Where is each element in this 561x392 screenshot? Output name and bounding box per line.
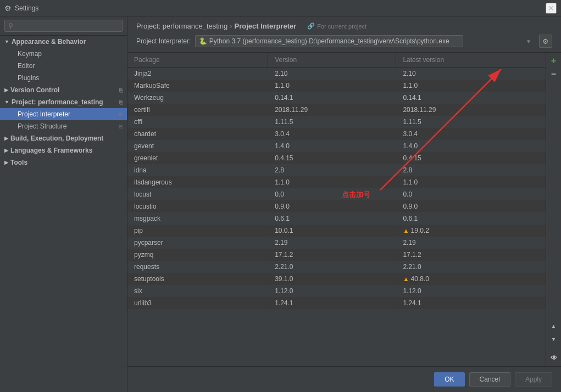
- package-version: 0.4.15: [268, 152, 396, 164]
- sidebar-item-editor[interactable]: Editor: [0, 60, 127, 72]
- sidebar-item-label: Plugins: [18, 74, 39, 82]
- package-version: 2.8: [268, 164, 396, 176]
- package-name: idna: [127, 164, 268, 176]
- package-name: Jinja2: [127, 68, 268, 80]
- interpreter-select[interactable]: 🐍 Python 3.7 (performance_testing) D:\pe…: [195, 35, 463, 47]
- package-name: MarkupSafe: [127, 80, 268, 92]
- package-name: requests: [127, 261, 268, 273]
- table-row[interactable]: greenlet0.4.150.4.15: [127, 152, 546, 164]
- table-row[interactable]: Jinja22.102.10: [127, 68, 546, 80]
- package-version: 39.1.0: [268, 273, 396, 285]
- sidebar-item-label: Appearance & Behavior: [12, 38, 86, 46]
- sidebar-item-label: Project: performance_testing: [12, 98, 103, 106]
- table-row[interactable]: MarkupSafe1.1.01.1.0: [127, 80, 546, 92]
- interpreter-select-wrapper: 🐍 Python 3.7 (performance_testing) D:\pe…: [195, 35, 535, 47]
- search-input[interactable]: [4, 20, 123, 32]
- package-version: 3.0.4: [268, 128, 396, 140]
- sidebar-item-languages[interactable]: Languages & Frameworks: [0, 144, 127, 156]
- project-icon: ⎘: [119, 99, 123, 105]
- close-button[interactable]: ✕: [546, 3, 557, 14]
- table-row[interactable]: pycparser2.192.19: [127, 237, 546, 249]
- package-name: pip: [127, 225, 268, 237]
- table-row[interactable]: pyzmq17.1.217.1.2: [127, 249, 546, 261]
- sidebar-item-version-control[interactable]: Version Control ⎘: [0, 84, 127, 96]
- table-row[interactable]: certifi2018.11.292018.11.29: [127, 104, 546, 116]
- interpreter-copy-icon: ⎘: [119, 111, 123, 117]
- content-area: Project: performance_testing › Project I…: [127, 16, 561, 392]
- package-latest: 2.19: [396, 237, 546, 249]
- sidebar: Appearance & Behavior Keymap Editor Plug…: [0, 16, 127, 392]
- search-bar: [0, 16, 127, 36]
- table-row[interactable]: msgpack0.6.10.6.1: [127, 212, 546, 225]
- package-name: greenlet: [127, 152, 268, 164]
- table-row[interactable]: locust0.00.0: [127, 188, 546, 200]
- sidebar-item-keymap[interactable]: Keymap: [0, 48, 127, 60]
- package-latest: 1.1.0: [396, 80, 546, 92]
- apply-button[interactable]: Apply: [515, 372, 552, 387]
- breadcrumb-separator: ›: [230, 22, 232, 30]
- sidebar-item-project-structure[interactable]: Project Structure ⎘: [0, 120, 127, 132]
- scroll-up-button[interactable]: ▲: [548, 320, 560, 332]
- table-row[interactable]: idna2.82.8: [127, 164, 546, 176]
- table-row[interactable]: chardet3.0.43.0.4: [127, 128, 546, 140]
- cancel-button[interactable]: Cancel: [469, 372, 510, 387]
- package-version: 2.21.0: [268, 261, 396, 273]
- package-version: 0.9.0: [268, 200, 396, 212]
- table-row[interactable]: pip10.0.1▲ 19.0.2: [127, 225, 546, 237]
- package-latest: 0.9.0: [396, 200, 546, 212]
- sidebar-item-tools[interactable]: Tools: [0, 156, 127, 169]
- package-version: 1.24.1: [268, 297, 396, 309]
- breadcrumb: Project: performance_testing › Project I…: [136, 22, 552, 30]
- package-name: Werkzeug: [127, 92, 268, 104]
- sidebar-item-build-execution[interactable]: Build, Execution, Deployment: [0, 132, 127, 144]
- interpreter-settings-button[interactable]: ⚙: [539, 35, 552, 48]
- sidebar-item-project[interactable]: Project: performance_testing ⎘: [0, 96, 127, 108]
- window-title: Settings: [15, 4, 542, 12]
- sidebar-item-project-interpreter[interactable]: Project Interpreter ⎘: [0, 108, 127, 120]
- eye-button[interactable]: 👁: [548, 352, 560, 364]
- upgrade-icon: ▲: [403, 227, 409, 234]
- package-version: 0.14.1: [268, 92, 396, 104]
- sidebar-item-label: Editor: [18, 62, 35, 70]
- table-row[interactable]: itsdangerous1.1.01.1.0: [127, 176, 546, 188]
- sidebar-item-plugins[interactable]: Plugins: [0, 72, 127, 84]
- package-latest: 2.8: [396, 164, 546, 176]
- package-name: pyzmq: [127, 249, 268, 261]
- breadcrumb-note: 🔗 For current project: [307, 23, 366, 30]
- package-latest: 1.1.0: [396, 176, 546, 188]
- side-actions: + − ▲ ▼ 👁: [546, 53, 561, 366]
- package-latest: 0.14.1: [396, 92, 546, 104]
- scroll-down-button[interactable]: ▼: [548, 333, 560, 345]
- package-version: 1.4.0: [268, 140, 396, 152]
- table-container: Package Version Latest version Jinja22.1…: [127, 53, 546, 366]
- table-row[interactable]: cffi1.11.51.11.5: [127, 116, 546, 128]
- package-name: urllib3: [127, 297, 268, 309]
- table-row[interactable]: gevent1.4.01.4.0: [127, 140, 546, 152]
- package-latest: 2.21.0: [396, 261, 546, 273]
- package-version: 10.0.1: [268, 225, 396, 237]
- table-row[interactable]: locustio0.9.00.9.0: [127, 200, 546, 212]
- table-row[interactable]: urllib31.24.11.24.1: [127, 297, 546, 309]
- sidebar-item-label: Project Interpreter: [18, 110, 70, 118]
- package-name: chardet: [127, 128, 268, 140]
- col-version[interactable]: Version: [268, 53, 396, 68]
- table-row[interactable]: requests2.21.02.21.0: [127, 261, 546, 273]
- package-version: 2018.11.29: [268, 104, 396, 116]
- add-package-button[interactable]: +: [548, 55, 560, 67]
- col-package[interactable]: Package: [127, 53, 268, 68]
- sidebar-item-appearance[interactable]: Appearance & Behavior: [0, 36, 127, 48]
- ok-button[interactable]: OK: [434, 372, 464, 387]
- table-row[interactable]: six1.12.01.12.0: [127, 285, 546, 297]
- package-name: cffi: [127, 116, 268, 128]
- col-latest[interactable]: Latest version: [396, 53, 546, 68]
- sidebar-item-label: Keymap: [18, 50, 42, 58]
- table-header-row: Package Version Latest version: [127, 53, 546, 68]
- table-row[interactable]: Werkzeug0.14.10.14.1: [127, 92, 546, 104]
- package-name: pycparser: [127, 237, 268, 249]
- version-control-icon: ⎘: [119, 87, 123, 93]
- table-row[interactable]: setuptools39.1.0▲ 40.8.0: [127, 273, 546, 285]
- remove-package-button[interactable]: −: [548, 68, 560, 80]
- package-latest: 1.4.0: [396, 140, 546, 152]
- package-name: locustio: [127, 200, 268, 212]
- sidebar-item-label: Build, Execution, Deployment: [10, 135, 103, 142]
